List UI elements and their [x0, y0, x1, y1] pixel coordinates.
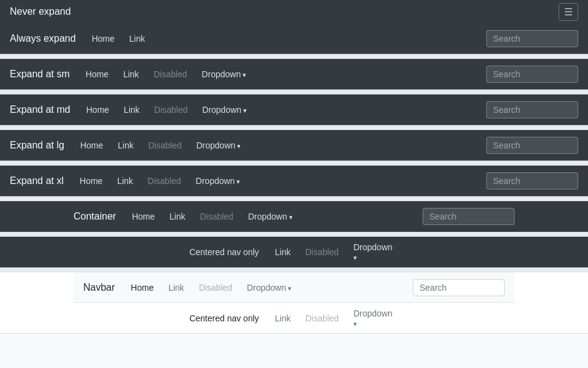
nav-link-disabled-1: Disabled	[148, 64, 193, 84]
nav-links-lg: Home Link Disabled Dropdown	[74, 136, 486, 155]
always-expand-navbar: Always expand Home Link	[0, 23, 588, 54]
navbar-brand-lg: Expand at lg	[10, 140, 64, 151]
nav-links-md: Home Link Disabled Dropdown	[80, 100, 486, 120]
nav-link-disabled-4: Disabled	[141, 171, 187, 191]
expand-lg-navbar: Expand at lg Home Link Disabled Dropdown	[0, 130, 588, 161]
nav-link-dropdown-light[interactable]: Dropdown	[241, 278, 298, 297]
nav-link-home-2[interactable]: Home	[80, 100, 115, 120]
nav-link-home-1[interactable]: Home	[80, 64, 115, 84]
search-input-2[interactable]	[486, 101, 578, 118]
navbar-right-2	[486, 101, 578, 118]
nav-link-link-2[interactable]: Link	[118, 100, 146, 120]
expand-xl-navbar: Expand at xl Home Link Disabled Dropdown	[0, 166, 588, 196]
never-expand-navbar: Never expand ☰	[0, 0, 588, 23]
navbar-brand-sm: Expand at sm	[10, 69, 70, 80]
nav-link-link-4[interactable]: Link	[111, 171, 139, 191]
nav-link-dropdown-c[interactable]: Dropdown	[242, 207, 299, 226]
nav-link-link-cen2[interactable]: Link	[269, 309, 297, 328]
navbar-brand-light: Navbar	[83, 282, 115, 293]
nav-links-light: Home Link Disabled Dropdown	[125, 278, 413, 297]
centered-nav-links-1: Link Disabled Dropdown	[269, 237, 399, 267]
separator-3	[0, 161, 588, 166]
search-input-1[interactable]	[486, 66, 578, 83]
nav-links-always-expand: Home Link	[86, 29, 486, 48]
light-navbar-container: Navbar Home Link Disabled Dropdown	[74, 272, 514, 303]
main-content-wrapper: Navbar examples This example is a quick …	[0, 334, 588, 368]
light-navbar: Navbar Home Link Disabled Dropdown	[74, 272, 514, 303]
centered-navbar-1: Centered nav only Link Disabled Dropdown	[0, 237, 588, 267]
navbar-brand-always-expand: Always expand	[10, 33, 76, 44]
separator-4	[0, 196, 588, 201]
separator-1	[0, 90, 588, 94]
nav-link-disabled-3: Disabled	[142, 136, 187, 155]
navbar-right-0	[486, 30, 578, 47]
nav-link-disabled-cen1: Disabled	[300, 242, 345, 262]
search-input-0[interactable]	[486, 30, 578, 47]
centered-nav-label-1: Centered nav only	[189, 247, 259, 257]
nav-link-dropdown-3[interactable]: Dropdown	[190, 136, 247, 155]
centered-navbar-2: Centered nav only Link Disabled Dropdown	[0, 303, 588, 334]
never-expand-brand: Never expand	[10, 6, 71, 17]
navbar-toggler[interactable]: ☰	[559, 3, 578, 21]
centered-nav-links-2: Link Disabled Dropdown	[269, 304, 399, 333]
separator-5	[0, 232, 588, 237]
navbar-right-1	[486, 66, 578, 83]
navbar-right-4	[486, 172, 578, 190]
nav-link-dropdown-2[interactable]: Dropdown	[196, 100, 253, 120]
nav-link-link-1[interactable]: Link	[117, 64, 145, 84]
nav-link-home-light[interactable]: Home	[125, 278, 160, 297]
nav-link-link-light[interactable]: Link	[162, 278, 190, 297]
separator-6	[0, 267, 588, 272]
search-input-container[interactable]	[423, 208, 514, 225]
navbar-brand-xl: Expand at xl	[10, 175, 64, 186]
container-navbar: Container Home Link Disabled Dropdown	[0, 201, 588, 232]
nav-link-link-c[interactable]: Link	[164, 207, 192, 226]
nav-link-home-4[interactable]: Home	[74, 171, 108, 191]
nav-link-dropdown-1[interactable]: Dropdown	[195, 64, 252, 84]
nav-link-home-3[interactable]: Home	[74, 136, 109, 155]
nav-links-container: Home Link Disabled Dropdown	[126, 207, 423, 226]
separator-0	[0, 54, 588, 59]
separator-2	[0, 125, 588, 130]
nav-link-dropdown-4[interactable]: Dropdown	[190, 171, 247, 191]
nav-link-dropdown-cen2[interactable]: Dropdown	[347, 304, 399, 333]
nav-link-disabled-c: Disabled	[194, 207, 239, 226]
nav-link-link-3[interactable]: Link	[111, 136, 140, 155]
nav-links-xl: Home Link Disabled Dropdown	[74, 171, 486, 191]
centered-nav-label-2: Centered nav only	[189, 313, 259, 323]
light-navbar-wrapper: Navbar Home Link Disabled Dropdown	[0, 272, 588, 303]
navbar-right-3	[486, 137, 578, 154]
search-input-3[interactable]	[486, 137, 578, 154]
navbar-right-container	[423, 208, 514, 225]
nav-link-disabled-light: Disabled	[193, 278, 238, 297]
nav-link-link-cen1[interactable]: Link	[269, 242, 297, 262]
nav-link-home-0[interactable]: Home	[86, 29, 121, 48]
expand-md-navbar: Expand at md Home Link Disabled Dropdown	[0, 94, 588, 125]
navbar-right-light	[413, 279, 505, 296]
container-inner: Container Home Link Disabled Dropdown	[74, 201, 514, 232]
expand-sm-navbar: Expand at sm Home Link Disabled Dropdown	[0, 59, 588, 90]
nav-link-dropdown-cen1[interactable]: Dropdown	[347, 237, 399, 267]
main-content: Navbar examples This example is a quick …	[74, 346, 514, 368]
nav-link-disabled-2: Disabled	[148, 100, 194, 120]
nav-links-sm: Home Link Disabled Dropdown	[80, 64, 486, 84]
nav-link-disabled-cen2: Disabled	[300, 309, 345, 328]
search-input-light[interactable]	[413, 279, 505, 296]
navbar-brand-container: Container	[74, 211, 116, 222]
search-input-4[interactable]	[486, 172, 578, 190]
navbar-brand-md: Expand at md	[10, 104, 70, 115]
nav-link-home-c[interactable]: Home	[126, 207, 160, 226]
nav-link-link-0[interactable]: Link	[123, 29, 151, 48]
